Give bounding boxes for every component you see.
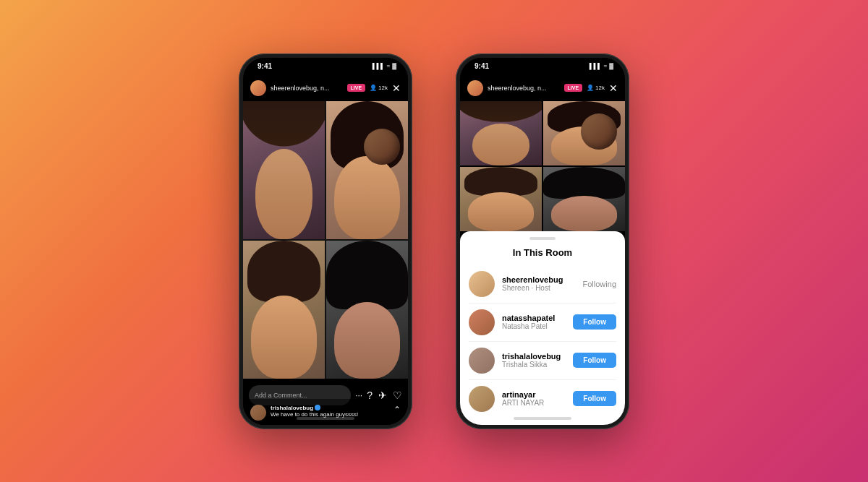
video-cell-br-r <box>543 167 625 231</box>
sheet-title: In This Room <box>460 247 625 258</box>
hair-shape-bl <box>247 241 321 303</box>
status-time-left: 9:41 <box>258 62 272 70</box>
video-cell-br <box>326 241 408 379</box>
phone-left: 9:41 ▌▌▌ ≈ ▓ sheerenlovebug, n... LIVE 👤… <box>239 53 412 429</box>
username-right: sheerenlovebug, n... <box>488 85 560 92</box>
room-info-2: trishalalovebug Trishala Sikka <box>502 352 566 369</box>
battery-icon-right: ▓ <box>609 63 613 69</box>
room-avatar-0 <box>469 271 495 297</box>
follow-button-3[interactable]: Follow <box>573 391 616 406</box>
room-item-2: trishalalovebug Trishala Sikka Follow <box>469 342 616 380</box>
following-label-0: Following <box>583 280 616 288</box>
username-left: sheerenlovebug, n... <box>271 85 343 92</box>
commenter-avatar <box>250 405 266 421</box>
commenter-username: trishalalovebug <box>271 405 389 411</box>
video-cell-tl-r <box>460 101 542 165</box>
status-bar-left: 9:41 ▌▌▌ ≈ ▓ <box>243 58 408 75</box>
video-cell-tl <box>243 101 325 239</box>
hair-bl-r <box>464 167 538 196</box>
room-avatar-3 <box>469 386 495 412</box>
status-time-right: 9:41 <box>475 62 489 70</box>
host-avatar-left <box>250 80 266 96</box>
room-item-3: artinayar ARTI NAYAR Follow <box>469 380 616 412</box>
follow-button-1[interactable]: Follow <box>573 314 616 330</box>
hair-br-r <box>543 167 625 199</box>
live-badge-left: LIVE <box>347 84 366 92</box>
chevron-up-icon[interactable]: ⌃ <box>393 405 401 415</box>
home-bar-right <box>514 417 571 420</box>
close-button-right[interactable]: ✕ <box>609 83 618 93</box>
face-shape-tl <box>255 149 312 238</box>
status-bar-right: 9:41 ▌▌▌ ≈ ▓ <box>460 58 625 75</box>
room-realname-1: Natasha Patel <box>502 322 566 330</box>
wifi-icon: ≈ <box>387 63 390 69</box>
top-bar-left: sheerenlovebug, n... LIVE 👤 12k ✕ <box>243 75 408 101</box>
product-item-tr-r <box>581 113 617 150</box>
bottom-sheet: In This Room sheerenlovebug Shereen · Ho… <box>460 231 625 412</box>
room-realname-3: ARTI NAYAR <box>502 399 566 407</box>
face-shape-br <box>334 302 399 378</box>
product-item-tr <box>364 129 400 165</box>
comment-message: We have to do this again guyssss! <box>271 411 389 418</box>
room-username-3: artinayar <box>502 390 566 399</box>
follow-button-2[interactable]: Follow <box>573 353 616 368</box>
status-icons-right: ▌▌▌ ≈ ▓ <box>590 63 613 69</box>
video-cell-bl-r <box>460 167 542 231</box>
room-realname-0: Shereen · Host <box>502 284 576 292</box>
viewer-count-left: 👤 12k <box>370 85 388 91</box>
face-br-r <box>551 196 616 231</box>
viewer-count-right: 👤 12k <box>587 85 605 91</box>
home-indicator-right <box>460 412 625 425</box>
video-cell-tr-r <box>543 101 625 165</box>
signal-icon: ▌▌▌ <box>373 63 385 69</box>
comment-content: trishalalovebug We have to do this again… <box>271 405 389 418</box>
person-icon: 👤 <box>370 85 377 91</box>
room-list: sheerenlovebug Shereen · Host Following … <box>460 265 625 412</box>
room-info-1: natasshapatel Natasha Patel <box>502 314 566 330</box>
comment-user: trishalalovebug We have to do this again… <box>250 405 401 421</box>
room-info-0: sheerenlovebug Shereen · Host <box>502 275 576 292</box>
video-grid-left <box>243 101 408 379</box>
face-shape-tl-r <box>472 124 529 165</box>
phone-right: 9:41 ▌▌▌ ≈ ▓ sheerenlovebug, n... LIVE 👤… <box>456 53 629 429</box>
room-item-1: natasshapatel Natasha Patel Follow <box>469 304 616 342</box>
host-avatar-right <box>467 80 483 96</box>
video-cell-tr <box>326 101 408 239</box>
verified-icon <box>315 405 320 410</box>
room-username-1: natasshapatel <box>502 314 566 322</box>
battery-icon: ▓ <box>392 63 396 69</box>
person-icon-right: 👤 <box>587 85 594 91</box>
room-info-3: artinayar ARTI NAYAR <box>502 390 566 407</box>
room-item-0: sheerenlovebug Shereen · Host Following <box>469 265 616 304</box>
wifi-icon-right: ≈ <box>604 63 607 69</box>
room-realname-2: Trishala Sikka <box>502 361 566 369</box>
hair-shape-br <box>326 241 408 310</box>
room-username-0: sheerenlovebug <box>502 275 576 284</box>
room-avatar-1 <box>469 309 495 335</box>
room-avatar-2 <box>469 348 495 374</box>
top-bar-right: sheerenlovebug, n... LIVE 👤 12k ✕ <box>460 75 625 101</box>
face-shape-tr <box>334 156 399 239</box>
live-badge-right: LIVE <box>564 84 583 92</box>
comment-placeholder: Add a Comment... <box>255 392 307 399</box>
signal-icon-right: ▌▌▌ <box>590 63 602 69</box>
video-cell-bl <box>243 241 325 379</box>
comment-overlay-left: trishalalovebug We have to do this again… <box>243 399 408 425</box>
video-grid-right <box>460 101 625 231</box>
status-icons-left: ▌▌▌ ≈ ▓ <box>373 63 396 69</box>
sheet-handle <box>529 237 556 240</box>
face-bl-r <box>468 192 533 231</box>
close-button-left[interactable]: ✕ <box>392 83 401 93</box>
room-username-2: trishalalovebug <box>502 352 566 361</box>
face-shape-bl <box>251 296 316 379</box>
